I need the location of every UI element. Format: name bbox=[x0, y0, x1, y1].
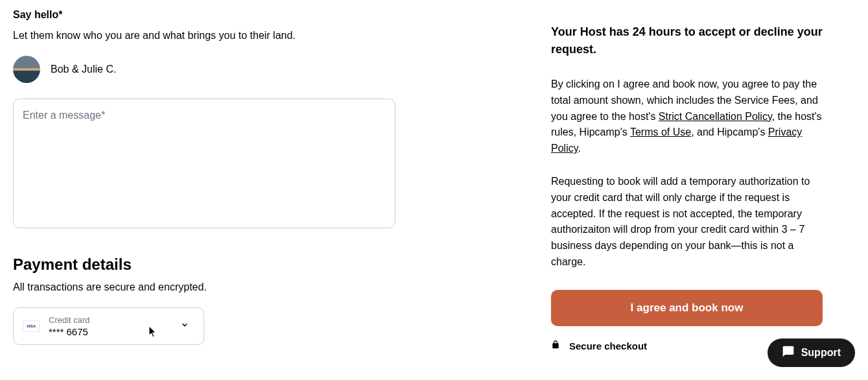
secure-checkout-label: Secure checkout bbox=[569, 340, 647, 351]
host-name: Bob & Julie C. bbox=[51, 64, 116, 75]
terms-of-use-link[interactable]: Terms of Use bbox=[630, 126, 691, 137]
host-info: Bob & Julie C. bbox=[13, 56, 408, 83]
agree-and-book-button[interactable]: I agree and book now bbox=[551, 290, 823, 326]
host-avatar bbox=[13, 56, 40, 83]
say-hello-title: Say hello* bbox=[13, 9, 408, 21]
chat-icon bbox=[782, 345, 795, 361]
payment-details-title: Payment details bbox=[13, 255, 408, 274]
card-type-label: Credit card bbox=[49, 315, 90, 325]
support-label: Support bbox=[801, 347, 841, 359]
strict-cancellation-link[interactable]: Strict Cancellation Policy bbox=[659, 111, 772, 122]
card-info: Credit card **** 6675 bbox=[49, 315, 90, 337]
say-hello-subtitle: Let them know who you are and what bring… bbox=[13, 30, 408, 42]
authorization-text: Requesting to book will add a temporary … bbox=[551, 174, 823, 270]
terms-mid2: , and Hipcamp's bbox=[691, 126, 768, 137]
chevron-down-icon bbox=[180, 320, 189, 332]
support-button[interactable]: Support bbox=[768, 338, 855, 367]
card-number: **** 6675 bbox=[49, 326, 90, 337]
visa-icon: VISA bbox=[23, 320, 40, 332]
lock-icon bbox=[551, 339, 560, 353]
payment-details-subtitle: All transactions are secure and encrypte… bbox=[13, 281, 408, 293]
message-input[interactable] bbox=[13, 99, 395, 228]
terms-text: By clicking on I agree and book now, you… bbox=[551, 77, 823, 157]
host-deadline-text: Your Host has 24 hours to accept or decl… bbox=[551, 23, 823, 58]
credit-card-select[interactable]: VISA Credit card **** 6675 bbox=[13, 307, 204, 345]
terms-end: . bbox=[578, 143, 581, 154]
